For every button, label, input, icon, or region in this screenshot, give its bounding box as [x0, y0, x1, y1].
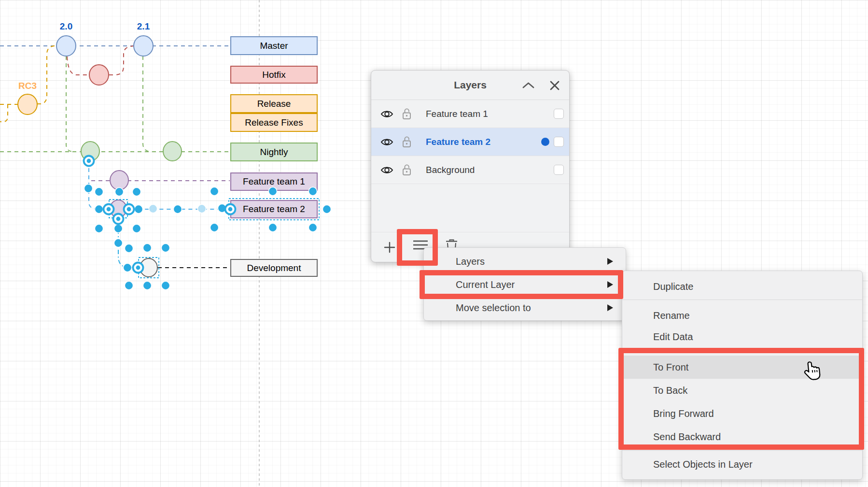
selection-handle[interactable]	[95, 205, 103, 213]
add-layer-button[interactable]	[384, 242, 395, 253]
selection-handle[interactable]	[114, 239, 122, 247]
selection-handle[interactable]	[127, 207, 131, 212]
selection-handle[interactable]	[132, 224, 140, 232]
menu-item-layers[interactable]: Layers	[424, 250, 626, 273]
layers-panel-title: Layers	[454, 79, 487, 91]
selection-handle[interactable]	[116, 217, 121, 221]
selection-handle[interactable]	[84, 184, 92, 192]
annotation-box-reorder-actions	[618, 348, 864, 450]
layer-checkbox[interactable]	[554, 137, 564, 147]
selection-handle[interactable]	[210, 223, 218, 231]
unlock-icon[interactable]	[402, 136, 412, 148]
collapse-button[interactable]	[522, 71, 535, 100]
menu-item-label: Duplicate	[653, 281, 693, 292]
menu-item-duplicate[interactable]: Duplicate	[622, 274, 862, 299]
unlock-icon[interactable]	[402, 164, 412, 176]
menu-item-select-objects-in-layer[interactable]: Select Objects in Layer	[622, 452, 862, 477]
selection-handle[interactable]	[210, 187, 218, 195]
close-button[interactable]	[549, 71, 560, 100]
menu-item-rename[interactable]: Rename	[622, 305, 862, 326]
selection-handle[interactable]	[268, 223, 277, 231]
submenu-arrow-icon	[607, 258, 613, 265]
menu-item-label: Move selection to	[456, 302, 531, 314]
layer-checkbox[interactable]	[554, 165, 564, 175]
selection-handle[interactable]	[161, 281, 169, 289]
selection-handle[interactable]	[114, 224, 122, 232]
menu-item-label: Rename	[653, 310, 690, 321]
selection-handle[interactable]	[322, 205, 331, 213]
visibility-eye-icon[interactable]	[380, 137, 393, 147]
annotation-box-layer-menu-button	[397, 229, 438, 266]
layer-row-feature-team-1[interactable]: Feature team 1	[371, 100, 569, 128]
menu-item-edit-data[interactable]: Edit Data	[622, 326, 862, 347]
layer-row-feature-team-2[interactable]: Feature team 2	[371, 128, 569, 156]
menu-item-label: Edit Data	[653, 331, 693, 343]
selection-handle[interactable]	[95, 224, 103, 232]
selection-handle[interactable]	[87, 159, 91, 163]
selection-handle[interactable]	[123, 263, 131, 272]
virtual-waypoint-handle[interactable]	[149, 204, 157, 213]
menu-separator	[622, 450, 862, 451]
selection-handle[interactable]	[161, 244, 169, 252]
selection-handle[interactable]	[136, 266, 140, 270]
layer-name: Feature team 1	[426, 109, 488, 119]
selection-handle[interactable]	[115, 187, 123, 196]
selection-handle[interactable]	[308, 223, 317, 231]
active-layer-dot	[541, 138, 549, 146]
selection-handle[interactable]	[143, 244, 151, 252]
selection-handle[interactable]	[173, 205, 182, 213]
visibility-eye-icon[interactable]	[380, 109, 393, 119]
layer-checkbox[interactable]	[554, 109, 564, 119]
selection-handle[interactable]	[107, 207, 111, 212]
selection-handle[interactable]	[125, 244, 133, 252]
selection-handle[interactable]	[134, 205, 142, 213]
layer-name: Feature team 2	[426, 137, 490, 147]
selection-handle[interactable]	[308, 187, 317, 195]
menu-item-label: Layers	[456, 256, 485, 267]
virtual-waypoint-handle[interactable]	[197, 204, 206, 213]
menu-item-move-selection-to[interactable]: Move selection to	[424, 296, 626, 319]
menu-item-label: Select Objects in Layer	[653, 459, 753, 470]
selection-handle[interactable]	[268, 187, 277, 195]
selection-handle[interactable]	[228, 207, 233, 212]
unlock-icon[interactable]	[402, 108, 412, 120]
annotation-box-current-layer	[420, 270, 623, 299]
visibility-eye-icon[interactable]	[380, 165, 393, 175]
selection-handle[interactable]	[143, 281, 151, 289]
layers-panel-titlebar[interactable]: Layers	[371, 71, 569, 100]
selection-handle[interactable]	[125, 281, 133, 289]
close-icon	[549, 80, 560, 91]
hand-pointer-cursor	[801, 359, 824, 384]
layer-name: Background	[426, 165, 475, 175]
selection-handle[interactable]	[132, 187, 140, 196]
submenu-arrow-icon	[607, 304, 613, 311]
menu-separator	[622, 300, 862, 300]
selection-handle[interactable]	[95, 187, 103, 196]
chevron-up-icon	[522, 82, 535, 89]
selection-rect-feature2-label	[229, 199, 319, 220]
layer-row-background[interactable]: Background	[371, 156, 569, 184]
